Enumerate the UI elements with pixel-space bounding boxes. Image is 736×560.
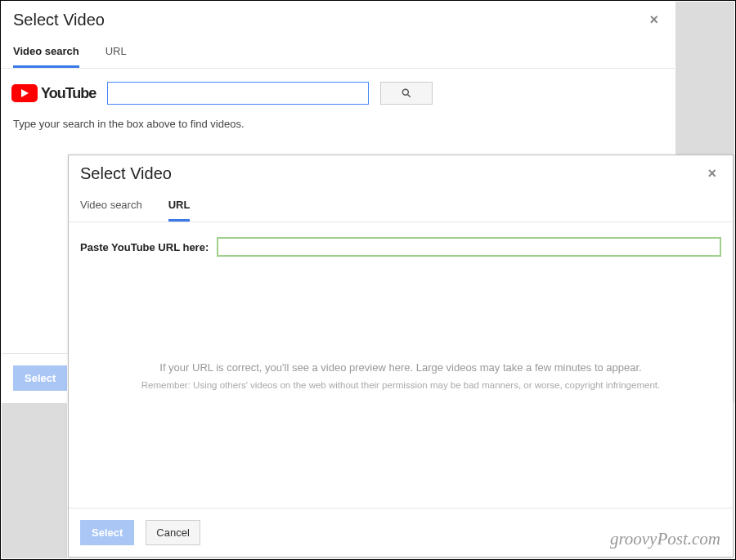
tab-url[interactable]: URL [105,45,127,68]
youtube-logo-text: YouTube [41,85,96,102]
select-button[interactable]: Select [80,520,134,545]
youtube-logo: YouTube [11,84,96,102]
dialog1-tabs: Video search URL [2,34,675,69]
background-gray-bottom [2,403,67,558]
select-video-dialog-url: Select Video × Video search URL Paste Yo… [68,155,734,558]
close-icon[interactable]: × [644,10,663,30]
video-search-input[interactable] [107,82,369,105]
dialog2-tabs: Video search URL [69,187,733,222]
tab-video-search[interactable]: Video search [13,45,79,68]
preview-help-line2: Remember: Using others' videos on the we… [93,380,708,390]
dialog2-titlebar: Select Video × [69,155,733,187]
tab-video-search[interactable]: Video search [80,199,142,222]
svg-point-0 [403,89,409,95]
search-row: YouTube [2,69,675,111]
select-button[interactable]: Select [13,365,67,391]
dialog1-titlebar: Select Video × [2,2,675,34]
youtube-url-input[interactable] [217,237,721,257]
search-icon [401,87,412,99]
search-button[interactable] [380,82,433,105]
video-preview-placeholder: If your URL is correct, you'll see a vid… [69,271,733,390]
url-label: Paste YouTube URL here: [80,241,209,253]
watermark-text: groovyPost.com [610,529,720,549]
cancel-button[interactable]: Cancel [146,520,200,545]
url-row: Paste YouTube URL here: [69,222,733,271]
youtube-play-icon [11,84,38,102]
dialog1-title: Select Video [13,11,105,29]
svg-line-1 [408,94,411,96]
close-icon[interactable]: × [702,164,721,184]
tab-url[interactable]: URL [168,199,191,222]
dialog2-title: Select Video [80,164,172,183]
preview-help-line1: If your URL is correct, you'll see a vid… [93,361,708,374]
search-help-text: Type your search in the box above to fin… [2,111,675,137]
